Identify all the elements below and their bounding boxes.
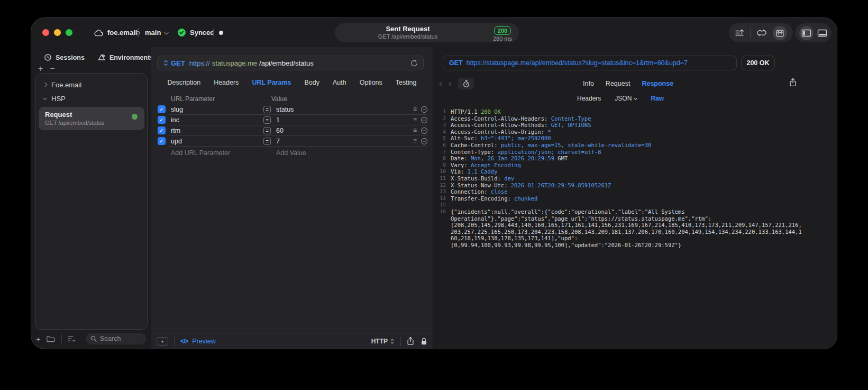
close-window-button[interactable] <box>42 29 49 36</box>
traffic-lights <box>42 29 72 36</box>
tree-item-hsp[interactable]: HSP <box>36 92 147 105</box>
new-request-button[interactable]: + <box>36 334 41 343</box>
method-select[interactable]: GET <box>171 59 185 67</box>
add-value-placeholder[interactable]: Add Value <box>276 149 306 157</box>
drag-handle-icon[interactable]: ≡ <box>413 126 417 134</box>
add-item-button[interactable]: + <box>38 65 43 73</box>
subtab-headers[interactable]: Headers <box>577 95 601 102</box>
sort-filter-button[interactable] <box>67 335 76 342</box>
sync-flows-button[interactable] <box>756 29 767 37</box>
response-tab-info[interactable]: Info <box>583 80 594 87</box>
remove-param-icon[interactable] <box>421 127 428 134</box>
toggle-sidebar-button-active[interactable] <box>799 26 814 40</box>
remove-item-button[interactable]: − <box>50 65 54 73</box>
project-name: foe.email <box>107 29 137 37</box>
param-enabled-checkbox[interactable]: ✓ <box>158 126 166 134</box>
equals-operator-icon: = <box>263 116 271 124</box>
response-tab-request[interactable]: Request <box>606 80 631 87</box>
zoom-window-button[interactable] <box>66 29 72 36</box>
param-value-field[interactable]: 60 <box>276 127 284 134</box>
line-content: Transfer-Encoding: chunked <box>451 195 537 202</box>
tree-item-foe-email[interactable]: Foe.email <box>36 78 147 92</box>
subtab-json[interactable]: JSON <box>615 95 637 102</box>
line-number: 16 <box>437 208 446 215</box>
line-content: {"incidents":null,"overall":{"code":"ope… <box>451 208 685 215</box>
history-forward-button[interactable]: › <box>449 78 452 89</box>
request-url-bar[interactable]: GET https:// statuspage.me /api/embed/st… <box>157 56 424 70</box>
drag-handle-icon[interactable]: ≡ <box>413 116 417 123</box>
preview-button[interactable]: Preview <box>192 338 215 345</box>
remove-param-icon[interactable] <box>421 138 428 145</box>
code-preview-icon: </> <box>180 338 188 345</box>
param-enabled-checkbox[interactable]: ✓ <box>158 105 166 113</box>
editor-tab-description[interactable]: Description <box>168 79 201 89</box>
url-scheme: https:// <box>189 59 210 67</box>
params-table-header: URL Parameter Value <box>151 95 433 104</box>
request-list-item-selected[interactable]: Request GET /api/embed/status <box>39 107 144 130</box>
tab-environments[interactable]: Environments <box>97 53 153 61</box>
history-back-button[interactable]: ‹ <box>439 78 442 89</box>
line-number: 2 <box>437 115 446 122</box>
add-param-row[interactable]: Add URL Parameter Add Value <box>151 148 433 158</box>
editor-tab-options[interactable]: Options <box>360 79 382 89</box>
param-name-field[interactable]: rtm <box>171 127 180 134</box>
line-content: [0,99.94,100,99.93,99.98,99.95,100],"upd… <box>451 242 681 249</box>
editor-tab-headers[interactable]: Headers <box>214 79 239 89</box>
subtab-json-label: JSON <box>615 95 632 102</box>
import-export-button-active[interactable] <box>773 26 787 40</box>
editor-tab-body[interactable]: Body <box>304 79 319 89</box>
collapse-panel-button[interactable]: ▲ <box>157 337 168 346</box>
drag-handle-icon[interactable]: ≡ <box>413 105 417 113</box>
response-tab-response[interactable]: Response <box>642 80 673 87</box>
chevron-down-icon <box>43 95 47 99</box>
sent-request-pill[interactable]: Sent Request GET /api/embed/status 200 2… <box>335 23 519 42</box>
params-rows: ✓slug=status≡✓inc=1≡✓rtm=60≡✓upd=7≡ <box>151 104 433 147</box>
editor-tab-url-params[interactable]: URL Params <box>252 79 291 89</box>
param-value-field[interactable]: status <box>276 106 294 113</box>
add-url-parameter-placeholder[interactable]: Add URL Parameter <box>171 149 230 157</box>
param-name-field[interactable]: inc <box>171 116 179 124</box>
minimize-window-button[interactable] <box>54 29 61 36</box>
param-enabled-checkbox[interactable]: ✓ <box>158 116 166 124</box>
sidebar-search-input[interactable]: Search <box>86 333 146 344</box>
protocol-select[interactable]: HTTP <box>371 338 388 345</box>
sent-request-info: Sent Request GET /api/embed/status <box>335 25 481 40</box>
line-content: Operational"},"page":"status","page_url"… <box>451 215 711 222</box>
editor-tab-auth[interactable]: Auth <box>333 79 346 89</box>
timing-button[interactable] <box>458 78 474 89</box>
response-line: 12X-Status-Now-Utc: 2026-01-26T20:29:59.… <box>437 182 834 189</box>
lock-icon[interactable] <box>421 337 427 346</box>
branch-selector[interactable]: main <box>135 18 168 47</box>
reload-icon[interactable] <box>410 59 418 67</box>
toggle-bottom-panel-button[interactable] <box>817 29 827 37</box>
param-enabled-checkbox[interactable]: ✓ <box>158 137 166 145</box>
line-number: 8 <box>437 155 446 162</box>
editor-tab-testing[interactable]: Testing <box>396 79 417 89</box>
sent-request-url-box[interactable]: GET https://statuspage.me/api/embed/stat… <box>443 56 737 70</box>
chevron-right-icon <box>43 83 47 87</box>
share-icon[interactable] <box>407 337 414 346</box>
param-value-field[interactable]: 7 <box>276 138 280 145</box>
subtab-raw[interactable]: Raw <box>651 95 664 102</box>
tab-sessions[interactable]: Sessions <box>44 53 85 61</box>
response-line: 16{"incidents":null,"overall":{"code":"o… <box>437 208 834 215</box>
param-name-field[interactable]: upd <box>171 138 182 145</box>
new-folder-button[interactable] <box>46 335 55 342</box>
sidebar-bottom-toolbar: + Search <box>36 332 146 345</box>
column-value: Value <box>271 95 287 103</box>
remove-param-icon[interactable] <box>421 106 428 113</box>
remove-param-icon[interactable] <box>421 116 428 124</box>
line-number: 13 <box>437 188 446 195</box>
cloud-icon <box>94 29 104 37</box>
project-menu[interactable]: foe.email <box>94 18 137 47</box>
sent-url: https://statuspage.me/api/embed/status?s… <box>467 59 688 67</box>
response-line: 1HTTP/1.1 200 OK <box>437 108 834 115</box>
param-name-field[interactable]: slug <box>171 106 183 113</box>
line-number <box>437 215 446 222</box>
response-nav-row: ‹ › InfoRequestResponse <box>433 78 837 90</box>
stopwatch-icon <box>463 80 470 88</box>
param-value-field[interactable]: 1 <box>276 116 280 124</box>
drag-handle-icon[interactable]: ≡ <box>413 137 417 144</box>
scroll-to-top-button[interactable] <box>735 29 744 37</box>
export-response-button[interactable] <box>789 78 797 87</box>
